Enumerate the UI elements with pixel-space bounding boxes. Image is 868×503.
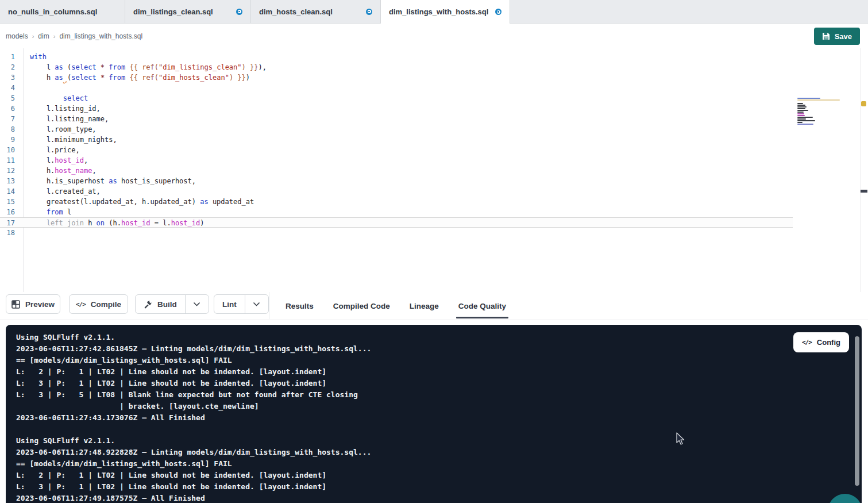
lint-button[interactable]: Lint [214,295,245,313]
build-button[interactable]: Build [136,295,185,313]
editor-tab-dim-hosts-clean[interactable]: dim_hosts_clean.sql [251,0,381,23]
code-text: h.host_name, [23,166,97,176]
lint-dropdown-button[interactable] [245,295,268,313]
terminal-output-line: L: 2 | P: 1 | LT02 | Line should not be … [16,470,371,481]
config-button-label: Config [817,338,840,347]
code-line-15[interactable]: 15 greatest(l.updated_at, h.updated_at) … [0,197,793,207]
lint-warning-marker [861,101,866,106]
code-line-18[interactable]: 18 [0,228,793,238]
panel-tab-results[interactable]: Results [286,292,314,320]
result-panel-tabs: ResultsCompiled CodeLineageCode Quality [286,292,506,320]
floppy-icon [822,32,830,40]
code-icon: </> [802,339,812,346]
code-line-7[interactable]: 7 l.listing_name, [0,114,793,124]
code-line-11[interactable]: 11 l.host_id, [0,155,793,166]
minimap-row [797,118,806,120]
code-text: l.listing_id, [23,103,101,114]
editor-tab-dim-listings-clean[interactable]: dim_listings_clean.sql [125,0,251,23]
code-line-3[interactable]: 3 h as (select * from {{ ref("dim_hosts_… [0,72,793,83]
minimap-row [797,122,803,123]
code-line-2[interactable]: 2 l as (select * from {{ ref("dim_listin… [0,62,793,72]
line-number: 5 [0,93,23,103]
compile-button-label: Compile [91,300,121,309]
build-dropdown-button[interactable] [185,295,209,313]
code-text: h.is_superhost as host_is_superhost, [23,176,196,186]
panel-tab-compiled-code[interactable]: Compiled Code [333,292,390,320]
breadcrumb-item[interactable]: models [6,32,28,40]
code-line-17[interactable]: 17 left join h on (h.host_id = l.host_id… [0,217,793,228]
build-button-label: Build [157,300,177,309]
minimap-row [797,108,805,109]
code-line-6[interactable]: 6 l.listing_id, [0,103,793,114]
terminal-output-line: L: 2 | P: 1 | LT02 | Line should not be … [16,366,371,378]
unsaved-changes-dot-icon [236,9,242,15]
line-number: 15 [0,197,23,207]
compile-button[interactable]: </> Compile [69,294,128,314]
line-number: 4 [0,83,23,93]
breadcrumb-item[interactable]: dim_listings_with_hosts.sql [59,32,142,40]
minimap-row [797,105,805,106]
code-text [23,83,30,93]
line-number: 10 [0,145,23,155]
terminal-output-line: L: 3 | P: 1 | LT02 | Line should not be … [16,481,371,493]
toolbar-divider [269,292,269,319]
editor-minimap[interactable] [797,98,841,125]
lint-config-button[interactable]: </> Config [793,332,849,352]
panel-tab-code-quality[interactable]: Code Quality [458,292,506,320]
line-number: 14 [0,186,23,197]
code-line-8[interactable]: 8 l.room_type, [0,124,793,135]
editor-tab-no-nulls-in-columns[interactable]: no_nulls_in_columns.sql [0,0,125,23]
tab-label: no_nulls_in_columns.sql [8,7,97,16]
editor-tab-dim-listings-with-hosts[interactable]: dim_listings_with_hosts.sql [381,0,510,24]
code-text: left join h on (h.host_id = l.host_id) [23,218,204,227]
code-editor[interactable]: 1with2 l as (select * from {{ ref("dim_l… [0,48,868,292]
lint-output-terminal: Using SQLFluff v2.1.1.2023-06-06T11:27:4… [6,325,862,503]
code-line-13[interactable]: 13 h.is_superhost as host_is_superhost, [0,176,793,186]
editor-tab-bar: no_nulls_in_columns.sqldim_listings_clea… [0,0,868,24]
line-number: 18 [0,228,23,238]
scroll-position-marker [860,190,867,193]
terminal-scrollbar-thumb[interactable] [855,336,859,486]
preview-button-label: Preview [25,300,55,309]
line-number: 8 [0,124,23,135]
line-number: 12 [0,166,23,176]
minimap-row [797,106,807,107]
code-text: l.price, [23,145,80,155]
breadcrumb-separator-icon: › [49,33,60,40]
lint-button-group: Lint [214,294,269,314]
minimap-row [797,117,813,118]
line-number: 13 [0,176,23,186]
terminal-output-line: 2023-06-06T11:27:49.187575Z – All Finish… [16,493,371,503]
code-text: from l [23,207,71,217]
save-button[interactable]: Save [814,28,860,45]
line-number: 6 [0,103,23,114]
terminal-output-line: Using SQLFluff v2.1.1. [16,435,371,447]
terminal-output-line [16,424,371,435]
minimap-row [797,103,803,104]
terminal-output-line: 2023-06-06T11:27:42.861845Z – Linting mo… [16,343,371,355]
code-text: select [23,93,88,103]
line-number: 9 [0,135,23,145]
code-line-4[interactable]: 4 [0,83,793,93]
chevron-down-icon [253,302,260,306]
code-line-14[interactable]: 14 l.created_at, [0,186,793,197]
minimap-row [797,110,808,111]
preview-button[interactable]: Preview [6,294,60,314]
minimap-row [797,115,805,116]
code-line-9[interactable]: 9 l.minimum_nights, [0,135,793,145]
minimap-row [797,98,820,99]
code-text: l.room_type, [23,124,97,135]
code-line-12[interactable]: 12 h.host_name, [0,166,793,176]
code-line-5[interactable]: 5 select [0,93,793,103]
breadcrumb-row: models›dim›dim_listings_with_hosts.sql S… [0,24,868,49]
panel-tab-lineage[interactable]: Lineage [410,292,439,320]
code-text: l.host_id, [23,155,88,166]
editor-right-border [860,48,861,292]
code-line-16[interactable]: 16 from l [0,207,793,217]
code-text: l.listing_name, [23,114,109,124]
breadcrumb-item[interactable]: dim [38,32,49,40]
code-line-1[interactable]: 1with [0,52,793,62]
code-line-10[interactable]: 10 l.price, [0,145,793,155]
line-number: 3 [0,72,23,83]
terminal-output-line: L: 3 | P: 5 | LT08 | Blank line expected… [16,389,371,401]
